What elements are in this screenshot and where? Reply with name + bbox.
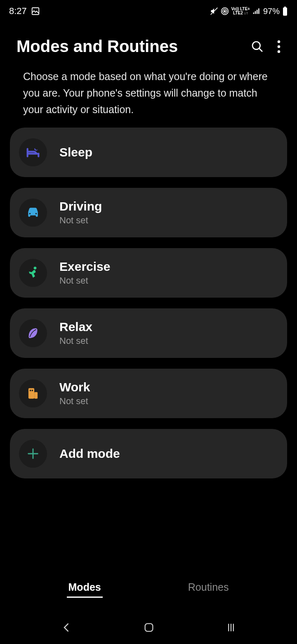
svg-rect-20 — [34, 392, 38, 399]
svg-point-2 — [224, 10, 225, 12]
mode-card-exercise[interactable]: Exercise Not set — [10, 248, 287, 298]
battery-percent: 97% — [263, 7, 280, 16]
status-bar: 8:27 Vo)) LTE+ LTE2 ↓↑ 97% — [0, 0, 297, 21]
svg-rect-21 — [30, 390, 31, 391]
building-icon — [19, 379, 47, 407]
svg-rect-7 — [257, 10, 258, 14]
plus-icon — [19, 440, 47, 468]
svg-rect-9 — [284, 7, 286, 7]
header-actions — [251, 40, 280, 53]
mode-subtitle: Not set — [59, 275, 110, 286]
network-type-icon: Vo)) LTE+ LTE2 ↓↑ — [231, 7, 250, 15]
mode-card-work[interactable]: Work Not set — [10, 369, 287, 418]
bottom-tabs: Modes Routines — [0, 578, 297, 607]
svg-rect-22 — [32, 390, 33, 391]
mode-title: Relax — [59, 320, 92, 334]
svg-rect-10 — [283, 7, 287, 16]
status-right: Vo)) LTE+ LTE2 ↓↑ 97% — [210, 7, 288, 16]
page-header: Modes and Routines — [0, 21, 297, 64]
picture-icon — [31, 7, 40, 16]
mode-title: Driving — [59, 199, 102, 213]
tab-modes[interactable]: Modes — [67, 578, 103, 598]
mode-card-sleep[interactable]: Sleep — [10, 128, 287, 177]
status-left: 8:27 — [9, 6, 40, 17]
svg-rect-19 — [28, 388, 34, 398]
mode-subtitle: Not set — [59, 336, 92, 346]
mode-title: Sleep — [59, 145, 92, 159]
lte-bottom: LTE2 ↓↑ — [233, 11, 248, 15]
mode-card-relax[interactable]: Relax Not set — [10, 308, 287, 358]
mute-icon — [210, 7, 218, 15]
recents-icon[interactable] — [225, 622, 237, 633]
svg-point-18 — [34, 267, 37, 270]
leaf-icon — [19, 319, 47, 347]
svg-point-15 — [278, 50, 280, 53]
signal-icon — [252, 7, 261, 15]
svg-line-12 — [259, 48, 262, 52]
svg-point-14 — [278, 45, 280, 48]
bed-icon — [19, 138, 47, 166]
svg-point-11 — [252, 42, 260, 50]
svg-rect-8 — [258, 8, 259, 14]
car-icon — [19, 199, 47, 227]
mode-title: Add mode — [59, 447, 120, 461]
battery-icon — [282, 7, 288, 16]
home-icon[interactable] — [143, 622, 155, 633]
svg-point-13 — [278, 40, 280, 43]
page-title: Modes and Routines — [16, 37, 178, 56]
svg-rect-25 — [145, 624, 153, 632]
svg-point-17 — [35, 213, 37, 214]
mode-list: Sleep Driving Not set Exercise Not set R… — [0, 128, 297, 478]
tab-routines[interactable]: Routines — [186, 578, 231, 598]
svg-rect-6 — [255, 11, 256, 14]
more-icon[interactable] — [277, 40, 280, 53]
svg-point-16 — [29, 213, 31, 214]
mode-subtitle: Not set — [59, 396, 90, 407]
search-icon[interactable] — [251, 40, 264, 53]
page-description: Choose a mode based on what you're doing… — [0, 64, 297, 128]
system-nav-bar — [0, 611, 297, 644]
back-icon[interactable] — [60, 621, 73, 634]
add-mode-button[interactable]: Add mode — [10, 429, 287, 478]
mode-title: Work — [59, 380, 90, 394]
svg-rect-5 — [253, 12, 255, 14]
mode-card-driving[interactable]: Driving Not set — [10, 188, 287, 237]
hotspot-icon — [221, 7, 229, 15]
status-time: 8:27 — [9, 6, 27, 17]
mode-subtitle: Not set — [59, 215, 102, 226]
mode-title: Exercise — [59, 260, 110, 274]
runner-icon — [19, 259, 47, 287]
